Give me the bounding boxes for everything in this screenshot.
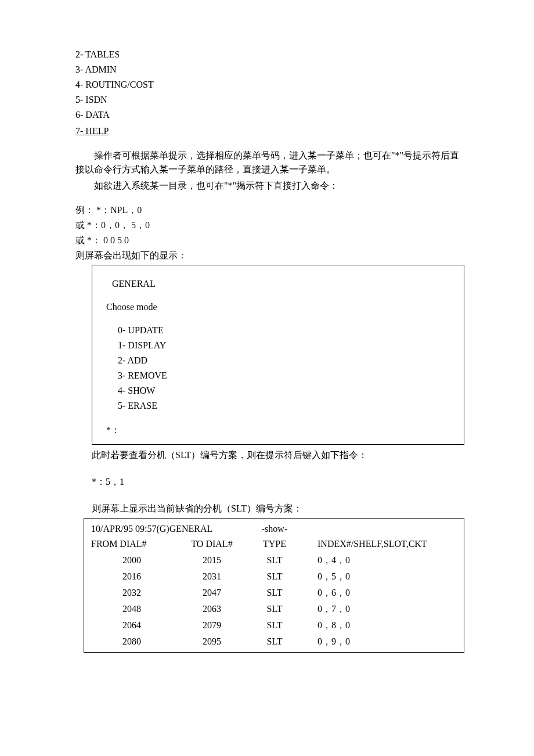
cell-index: 0，8，0	[300, 617, 459, 633]
mode-option: 2- ADD	[118, 354, 450, 368]
example-line: 例： *：NPL，0	[75, 203, 464, 217]
cell-to: 2047	[175, 585, 249, 601]
top-menu-list: 2- TABLES 3- ADMIN 4- ROUTING/COST 5- IS…	[75, 48, 464, 139]
table-row: 2048 2063 SLT 0，7，0	[89, 601, 459, 617]
cell-from: 2000	[89, 552, 175, 568]
table-header-date: 10/APR/95 09:57(G)GENERAL	[89, 521, 249, 536]
mode-option: 3- REMOVE	[118, 369, 450, 383]
cell-type: SLT	[249, 617, 300, 633]
menu-item: 2- TABLES	[75, 48, 464, 62]
cell-to: 2079	[175, 617, 249, 633]
slt-table: 10/APR/95 09:57(G)GENERAL -show- FROM DI…	[89, 521, 459, 650]
mode-option: 0- UPDATE	[118, 323, 450, 337]
paragraph: 操作者可根据菜单提示，选择相应的菜单号码，进入某一子菜单；也可在"*"号提示符后…	[75, 149, 464, 177]
table-row: 2000 2015 SLT 0，4，0	[89, 552, 459, 568]
table-row: 2016 2031 SLT 0，5，0	[89, 568, 459, 585]
prompt-star: *：	[106, 423, 450, 437]
col-header-index: INDEX#/SHELF,SLOT,CKT	[300, 536, 459, 552]
box-title: GENERAL	[112, 277, 450, 291]
example-line: 或 *： 0 0 5 0	[75, 233, 464, 247]
mode-option: 5- ERASE	[118, 399, 450, 413]
cell-type: SLT	[249, 568, 300, 585]
cell-index: 0，9，0	[300, 633, 459, 650]
cell-to: 2063	[175, 601, 249, 617]
mode-option: 4- SHOW	[118, 384, 450, 398]
cell-index: 0，4，0	[300, 552, 459, 568]
cell-index: 0，5，0	[300, 568, 459, 585]
paragraph: 如欲进入系统某一目录，也可在"*"揭示符下直接打入命令：	[75, 179, 464, 193]
menu-item: 4- ROUTING/COST	[75, 78, 464, 92]
cell-type: SLT	[249, 585, 300, 601]
cell-type: SLT	[249, 552, 300, 568]
table-row: 2032 2047 SLT 0，6，0	[89, 585, 459, 601]
menu-item: 3- ADMIN	[75, 63, 464, 77]
cell-to: 2031	[175, 568, 249, 585]
cell-from: 2016	[89, 568, 175, 585]
cell-index: 0，7，0	[300, 601, 459, 617]
menu-item: 7- HELP	[75, 124, 143, 138]
cell-to: 2015	[175, 552, 249, 568]
cell-from: 2048	[89, 601, 175, 617]
menu-item: 6- DATA	[75, 108, 464, 122]
table-row: 2080 2095 SLT 0，9，0	[89, 633, 459, 650]
paragraph: 此时若要查看分机（SLT）编号方案，则在提示符后键入如下指令：	[92, 448, 464, 462]
command-line: *：5，1	[92, 475, 464, 489]
mode-option: 1- DISPLAY	[118, 339, 450, 352]
example-line: 则屏幕会出现如下的显示：	[75, 249, 464, 262]
example-block: 例： *：NPL，0 或 *：0，0， 5，0 或 *： 0 0 5 0 则屏幕…	[75, 203, 464, 262]
cell-type: SLT	[249, 633, 300, 650]
table-row: 2064 2079 SLT 0，8，0	[89, 617, 459, 633]
col-header-from: FROM DIAL#	[89, 536, 175, 552]
general-menu-box: GENERAL Choose mode 0- UPDATE 1- DISPLAY…	[92, 265, 464, 445]
cell-index: 0，6，0	[300, 585, 459, 601]
menu-item: 5- ISDN	[75, 93, 464, 107]
example-line: 或 *：0，0， 5，0	[75, 218, 464, 232]
cell-from: 2080	[89, 633, 175, 650]
paragraph: 则屏幕上显示出当前缺省的分机（SLT）编号方案：	[92, 502, 464, 516]
box-subtitle: Choose mode	[106, 300, 450, 314]
cell-to: 2095	[175, 633, 249, 650]
col-header-type: TYPE	[249, 536, 300, 552]
cell-from: 2032	[89, 585, 175, 601]
cell-type: SLT	[249, 601, 300, 617]
slt-table-box: 10/APR/95 09:57(G)GENERAL -show- FROM DI…	[84, 518, 464, 653]
col-header-to: TO DIAL#	[175, 536, 249, 552]
table-header-show: -show-	[249, 521, 300, 536]
cell-from: 2064	[89, 617, 175, 633]
